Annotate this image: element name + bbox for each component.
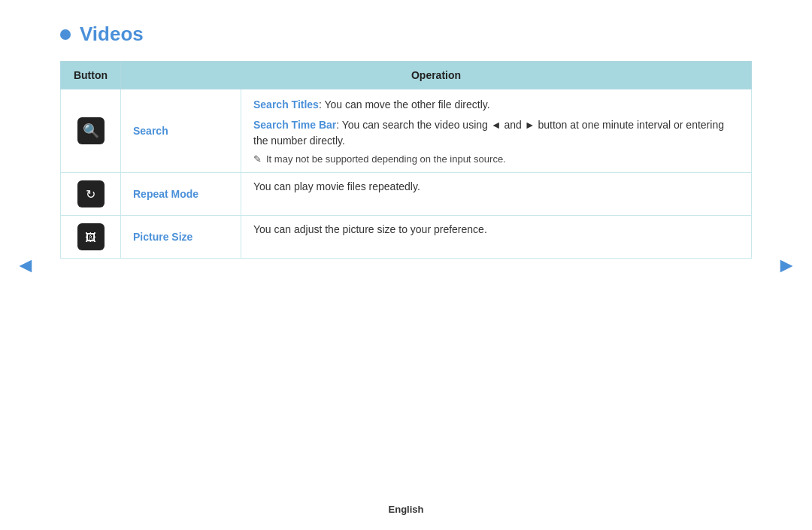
table-row: 🖼 Picture Size You can adjust the pictur… bbox=[61, 216, 752, 259]
repeat-icon: ↻ bbox=[77, 180, 105, 207]
search-note: ✎ It may not be supported depending on t… bbox=[253, 153, 739, 165]
repeat-operation-cell: You can play movie files repeatedly. bbox=[241, 173, 752, 216]
search-timebar-line: Search Time Bar: You can search the vide… bbox=[253, 117, 739, 149]
page-title-container: Videos bbox=[60, 23, 752, 46]
picture-size-icon: 🖼 bbox=[77, 223, 105, 250]
table-row: 🔍 Search Search Titles: You can move the… bbox=[61, 89, 752, 173]
search-titles-title: Search Titles bbox=[253, 98, 319, 111]
search-icon: 🔍 bbox=[77, 117, 105, 144]
videos-table: Button Operation 🔍 Search Search Titles:… bbox=[60, 61, 752, 259]
search-operation-cell: Search Titles: You can move the other fi… bbox=[241, 89, 752, 173]
title-bullet bbox=[60, 29, 71, 40]
search-button-cell: 🔍 bbox=[61, 89, 121, 173]
nav-right-arrow[interactable]: ► bbox=[776, 253, 797, 277]
search-timebar-title: Search Time Bar bbox=[253, 119, 336, 131]
repeat-button-cell: ↻ bbox=[61, 173, 121, 216]
table-row: ↻ Repeat Mode You can play movie files r… bbox=[61, 173, 752, 216]
footer-language: English bbox=[389, 504, 424, 515]
picture-label[interactable]: Picture Size bbox=[133, 231, 192, 243]
header-button-col: Button bbox=[61, 62, 121, 89]
search-label[interactable]: Search bbox=[133, 125, 168, 137]
search-note-text: It may not be supported depending on the… bbox=[266, 153, 506, 165]
repeat-label[interactable]: Repeat Mode bbox=[133, 188, 198, 200]
nav-left-arrow[interactable]: ◄ bbox=[15, 253, 36, 277]
search-label-cell: Search bbox=[121, 89, 241, 173]
note-icon: ✎ bbox=[253, 153, 262, 165]
picture-button-cell: 🖼 bbox=[61, 216, 121, 259]
search-titles-line: Search Titles: You can move the other fi… bbox=[253, 97, 739, 113]
page-title: Videos bbox=[80, 23, 144, 46]
repeat-operation-text: You can play movie files repeatedly. bbox=[253, 180, 420, 192]
picture-label-cell: Picture Size bbox=[121, 216, 241, 259]
footer: English bbox=[0, 504, 812, 515]
repeat-label-cell: Repeat Mode bbox=[121, 173, 241, 216]
search-titles-text: : You can move the other file directly. bbox=[319, 98, 490, 111]
picture-operation-text: You can adjust the picture size to your … bbox=[253, 223, 487, 235]
picture-operation-cell: You can adjust the picture size to your … bbox=[241, 216, 752, 259]
header-operation-col: Operation bbox=[121, 62, 752, 89]
